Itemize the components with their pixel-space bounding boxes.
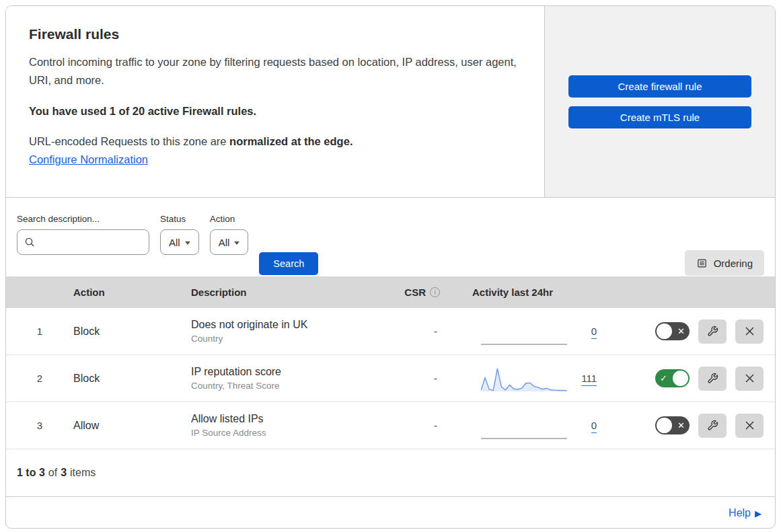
header-action: Action [73, 287, 191, 298]
table-row: 2 Block IP reputation score Country, Thr… [6, 355, 775, 402]
search-box [17, 229, 149, 255]
action-label: Action [210, 214, 249, 224]
rule-description-cell: Does not originate in UK Country [191, 319, 351, 344]
edit-rule-button[interactable] [698, 367, 727, 391]
chevron-down-icon [234, 241, 239, 245]
rules-table: Action Description CSR i Activity last 2… [6, 276, 775, 449]
search-icon [24, 237, 35, 248]
normalization-bold: normalized at the edge. [229, 135, 352, 147]
chevron-down-icon [185, 241, 190, 245]
items-total: 3 [61, 467, 67, 479]
header-csr: CSR i [351, 287, 445, 298]
header-csr-label: CSR [404, 287, 426, 298]
rule-description: Allow listed IPs [191, 413, 351, 425]
close-icon [745, 420, 755, 430]
header-description: Description [191, 287, 351, 298]
toggle-knob [657, 324, 672, 339]
configure-normalization-link[interactable]: Configure Normalization [29, 153, 148, 165]
rule-description-cell: IP reputation score Country, Threat Scor… [191, 366, 351, 391]
delete-rule-button[interactable] [735, 367, 764, 391]
rule-fields: Country [191, 334, 351, 344]
rule-csr: - [351, 326, 445, 337]
rule-description: Does not originate in UK [191, 319, 351, 331]
action-dropdown[interactable]: All [210, 229, 249, 255]
create-mtls-rule-button[interactable]: Create mTLS rule [568, 106, 751, 128]
wrench-icon [707, 373, 718, 384]
rule-controls: ✓ ✕ [603, 414, 775, 438]
table-header-row: Action Description CSR i Activity last 2… [6, 276, 775, 308]
ordering-list-icon [696, 258, 708, 269]
search-label: Search description... [17, 214, 149, 224]
check-icon: ✓ [660, 374, 667, 383]
wrench-icon [707, 420, 718, 431]
items-range: 1 to 3 [17, 467, 45, 479]
page-description: Control incoming traffic to your zone by… [29, 53, 521, 89]
search-input[interactable] [39, 237, 142, 248]
items-of: of [48, 467, 57, 479]
x-icon: ✕ [677, 421, 685, 430]
activity-count-link[interactable]: 0 [577, 326, 597, 338]
wrench-icon [707, 326, 718, 337]
activity-sparkline [481, 317, 567, 346]
rule-enabled-toggle[interactable]: ✓ ✕ [655, 369, 690, 387]
rule-priority: 3 [6, 420, 73, 431]
help-bar: Help ▶ [6, 497, 775, 529]
status-dropdown[interactable]: All [160, 229, 199, 255]
rule-action: Block [73, 326, 191, 338]
rule-controls: ✓ ✕ [603, 319, 775, 344]
search-button[interactable]: Search [259, 252, 318, 275]
status-value: All [169, 237, 180, 248]
help-link[interactable]: Help ▶ [729, 507, 761, 519]
close-icon [745, 326, 755, 336]
normalization-note: URL-encoded Requests to this zone are no… [29, 135, 521, 148]
rule-description-cell: Allow listed IPs IP Source Address [191, 413, 351, 438]
action-value: All [219, 237, 230, 248]
rule-priority: 2 [6, 373, 73, 384]
rule-priority: 1 [6, 326, 73, 337]
activity-sparkline [481, 365, 567, 393]
rule-csr: - [351, 420, 445, 431]
rule-controls: ✓ ✕ [603, 367, 775, 391]
delete-rule-button[interactable] [735, 319, 764, 344]
toggle-knob [673, 371, 688, 386]
usage-summary: You have used 1 of 20 active Firewall ru… [29, 105, 521, 118]
items-word: items [70, 467, 96, 479]
rule-enabled-toggle[interactable]: ✓ ✕ [655, 416, 690, 434]
edit-rule-button[interactable] [698, 414, 727, 438]
action-filter-group: Action All [210, 214, 249, 255]
table-row: 1 Block Does not originate in UK Country… [6, 308, 775, 355]
actions-panel: Create firewall rule Create mTLS rule [544, 6, 775, 197]
help-label: Help [729, 507, 751, 519]
rule-enabled-toggle[interactable]: ✓ ✕ [655, 322, 690, 340]
search-group: Search description... [17, 214, 149, 255]
rule-activity-cell: 0 [445, 412, 603, 440]
arrow-right-icon: ▶ [755, 508, 761, 519]
ordering-button[interactable]: Ordering [685, 250, 764, 276]
activity-sparkline [481, 412, 567, 440]
x-icon: ✕ [677, 327, 685, 336]
activity-count-link[interactable]: 111 [577, 373, 597, 385]
toggle-knob [657, 418, 672, 433]
delete-rule-button[interactable] [735, 414, 764, 438]
status-label: Status [160, 214, 199, 224]
info-icon[interactable]: i [430, 287, 440, 297]
rule-csr: - [351, 373, 445, 384]
rule-activity-cell: 111 [445, 365, 603, 393]
rule-activity-cell: 0 [445, 317, 603, 346]
pagination-summary: 1 to 3 of 3 items [6, 449, 775, 497]
page: Firewall rules Control incoming traffic … [0, 0, 781, 532]
rule-action: Allow [73, 420, 191, 432]
firewall-rules-card: Firewall rules Control incoming traffic … [5, 5, 776, 529]
create-firewall-rule-button[interactable]: Create firewall rule [568, 75, 751, 98]
normalization-prefix: URL-encoded Requests to this zone are [29, 135, 229, 147]
rule-fields: Country, Threat Score [191, 381, 351, 391]
header-section: Firewall rules Control incoming traffic … [6, 6, 775, 198]
rule-fields: IP Source Address [191, 428, 351, 438]
page-title: Firewall rules [29, 26, 521, 42]
activity-count-link[interactable]: 0 [577, 420, 597, 432]
rule-action: Block [73, 373, 191, 385]
header-text-block: Firewall rules Control incoming traffic … [6, 6, 544, 197]
table-row: 3 Allow Allow listed IPs IP Source Addre… [6, 402, 775, 449]
edit-rule-button[interactable] [698, 319, 727, 344]
status-filter-group: Status All [160, 214, 199, 255]
